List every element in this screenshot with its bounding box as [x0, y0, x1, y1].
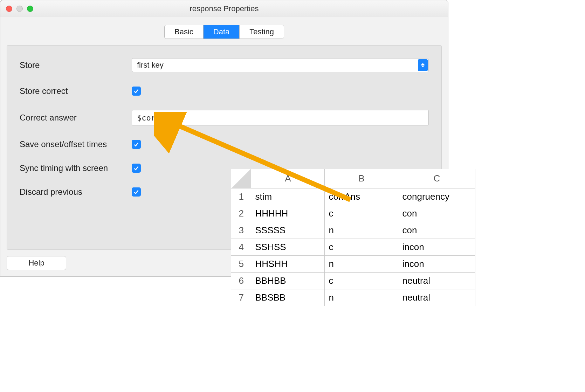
row-store: Store first key: [20, 58, 429, 72]
row-header[interactable]: 5: [231, 255, 251, 272]
row-header[interactable]: 4: [231, 239, 251, 255]
checkbox-sync-screen[interactable]: [132, 164, 141, 173]
row-header[interactable]: 1: [231, 188, 251, 205]
row-save-times: Save onset/offset times: [20, 139, 429, 149]
cell[interactable]: neutral: [398, 289, 475, 306]
sheet-corner[interactable]: [231, 169, 251, 188]
check-icon: [133, 88, 139, 94]
correct-answer-input[interactable]: [132, 110, 429, 125]
label-store: Store: [20, 60, 132, 70]
check-icon: [133, 141, 139, 147]
cell[interactable]: c: [324, 239, 398, 255]
cell[interactable]: SSHSS: [251, 239, 324, 255]
cell[interactable]: corrAns: [324, 188, 398, 205]
label-save-times: Save onset/offset times: [20, 139, 132, 149]
label-discard-previous: Discard previous: [20, 187, 132, 197]
cell[interactable]: HHHHH: [251, 205, 324, 222]
titlebar: response Properties: [0, 0, 448, 17]
check-icon: [133, 165, 139, 171]
cell[interactable]: con: [398, 222, 475, 239]
cell[interactable]: c: [324, 205, 398, 222]
cell[interactable]: n: [324, 289, 398, 306]
table-row: 7 BBSBB n neutral: [231, 289, 475, 306]
cell[interactable]: c: [324, 272, 398, 289]
checkbox-discard-previous[interactable]: [132, 187, 141, 197]
cell[interactable]: BBSBB: [251, 289, 324, 306]
checkbox-store-correct[interactable]: [132, 87, 141, 96]
segmented-control: Basic Data Testing: [164, 25, 284, 39]
row-header[interactable]: 3: [231, 222, 251, 239]
tab-testing[interactable]: Testing: [240, 25, 284, 39]
col-header-b[interactable]: B: [324, 169, 398, 188]
table-row: 6 BBHBB c neutral: [231, 272, 475, 289]
col-header-a[interactable]: A: [251, 169, 324, 188]
help-button[interactable]: Help: [7, 256, 66, 270]
cell[interactable]: neutral: [398, 272, 475, 289]
table-row: 1 stim corrAns congruency: [231, 188, 475, 205]
cell[interactable]: BBHBB: [251, 272, 324, 289]
table-row: 4 SSHSS c incon: [231, 239, 475, 255]
cell[interactable]: HHSHH: [251, 255, 324, 272]
tab-basic[interactable]: Basic: [165, 25, 204, 39]
cell[interactable]: congruency: [398, 188, 475, 205]
table-row: 2 HHHHH c con: [231, 205, 475, 222]
window-title: response Properties: [0, 4, 448, 13]
spreadsheet-table: A B C 1 stim corrAns congruency 2 HHHHH …: [231, 169, 475, 306]
checkbox-save-times[interactable]: [132, 140, 141, 149]
cell[interactable]: n: [324, 222, 398, 239]
check-icon: [133, 189, 139, 195]
tab-data[interactable]: Data: [204, 25, 240, 39]
store-select[interactable]: first key: [132, 58, 429, 72]
row-header[interactable]: 7: [231, 289, 251, 306]
label-sync-screen: Sync timing with screen: [20, 163, 132, 173]
row-store-correct: Store correct: [20, 86, 429, 96]
store-select-value[interactable]: first key: [132, 58, 429, 72]
cell[interactable]: incon: [398, 239, 475, 255]
spreadsheet: A B C 1 stim corrAns congruency 2 HHHHH …: [231, 169, 475, 306]
chevron-updown-icon[interactable]: [418, 59, 428, 71]
tab-bar: Basic Data Testing: [0, 17, 448, 39]
cell[interactable]: con: [398, 205, 475, 222]
row-correct-answer: Correct answer: [20, 110, 429, 125]
table-row: 5 HHSHH n incon: [231, 255, 475, 272]
label-correct-answer: Correct answer: [20, 113, 132, 123]
cell[interactable]: stim: [251, 188, 324, 205]
cell[interactable]: SSSSS: [251, 222, 324, 239]
table-row: 3 SSSSS n con: [231, 222, 475, 239]
label-store-correct: Store correct: [20, 86, 132, 96]
cell[interactable]: n: [324, 255, 398, 272]
col-header-c[interactable]: C: [398, 169, 475, 188]
row-header[interactable]: 6: [231, 272, 251, 289]
cell[interactable]: incon: [398, 255, 475, 272]
row-header[interactable]: 2: [231, 205, 251, 222]
